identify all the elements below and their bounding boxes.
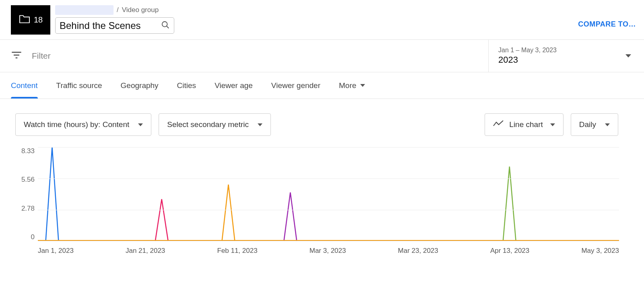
x-tick: Mar 23, 2023 — [398, 247, 438, 255]
x-tick: Jan 21, 2023 — [126, 247, 165, 255]
search-field[interactable]: Behind the Scenes — [55, 17, 174, 34]
chart: 8.335.562.780 Jan 1, 2023Jan 21, 2023Feb… — [0, 136, 644, 255]
chart-type-label: Line chart — [509, 120, 543, 129]
chevron-down-icon — [360, 84, 365, 87]
y-tick: 5.56 — [21, 176, 35, 184]
tab-more[interactable]: More — [339, 73, 365, 98]
tab-viewer-age[interactable]: Viewer age — [215, 73, 253, 98]
breadcrumb: / Video group — [55, 5, 174, 15]
header: 18 / Video group Behind the Scenes COMPA… — [0, 0, 644, 39]
search-value: Behind the Scenes — [60, 20, 161, 31]
filter-placeholder: Filter — [32, 51, 51, 61]
folder-badge[interactable]: 18 — [11, 5, 50, 35]
chevron-down-icon — [625, 54, 631, 57]
filter-left[interactable]: Filter — [0, 40, 488, 72]
breadcrumb-current: Video group — [122, 6, 159, 14]
compare-to-button[interactable]: COMPARE TO… — [578, 20, 636, 29]
tab-geography[interactable]: Geography — [121, 73, 159, 98]
x-tick: May 3, 2023 — [581, 247, 619, 255]
svg-point-0 — [162, 21, 167, 27]
x-tick: Feb 11, 2023 — [217, 247, 257, 255]
x-tick: Apr 13, 2023 — [490, 247, 529, 255]
chart-type-dropdown[interactable]: Line chart — [485, 113, 563, 136]
y-tick: 0 — [31, 233, 35, 241]
series-video-4 — [284, 193, 297, 241]
series-video-2 — [155, 199, 168, 241]
x-tick: Jan 1, 2023 — [38, 247, 74, 255]
line-chart-icon — [493, 120, 504, 130]
chart-x-axis: Jan 1, 2023Jan 21, 2023Feb 11, 2023Mar 3… — [38, 247, 619, 255]
date-range: Jan 1 – May 3, 2023 — [498, 47, 557, 54]
date-preset: 2023 — [498, 55, 557, 65]
chevron-down-icon — [550, 123, 555, 126]
series-video-3 — [222, 185, 235, 241]
series-video-1 — [46, 147, 59, 241]
secondary-metric-label: Select secondary metric — [167, 120, 249, 129]
header-mid: / Video group Behind the Scenes — [55, 5, 174, 34]
tab-cities[interactable]: Cities — [177, 73, 196, 98]
y-tick: 2.78 — [21, 205, 35, 213]
x-tick: Mar 3, 2023 — [310, 247, 346, 255]
chevron-down-icon — [605, 123, 610, 126]
filter-row: Filter Jan 1 – May 3, 2023 2023 — [0, 40, 644, 72]
breadcrumb-sep: / — [117, 6, 119, 14]
date-range-picker[interactable]: Jan 1 – May 3, 2023 2023 — [488, 40, 644, 72]
tab-more-label: More — [339, 81, 356, 90]
search-icon[interactable] — [161, 21, 170, 31]
filter-icon — [11, 51, 22, 61]
folder-count: 18 — [34, 15, 43, 25]
folder-icon — [19, 14, 31, 26]
series-video-5 — [503, 166, 516, 241]
primary-metric-label: Watch time (hours) by: Content — [24, 120, 129, 129]
chart-baseline — [38, 240, 619, 241]
breadcrumb-parent[interactable] — [55, 5, 114, 15]
grid-line — [38, 147, 619, 148]
chevron-down-icon — [138, 123, 143, 126]
tab-content[interactable]: Content — [11, 73, 38, 98]
grid-line — [38, 210, 619, 210]
chart-controls: Watch time (hours) by: Content Select se… — [0, 99, 644, 136]
tab-traffic-source[interactable]: Traffic source — [56, 73, 102, 98]
primary-metric-dropdown[interactable]: Watch time (hours) by: Content — [15, 113, 151, 136]
tab-viewer-gender[interactable]: Viewer gender — [271, 73, 320, 98]
chart-y-axis: 8.335.562.780 — [15, 147, 38, 241]
y-tick: 8.33 — [21, 147, 35, 155]
date-text: Jan 1 – May 3, 2023 2023 — [498, 47, 557, 65]
svg-line-1 — [167, 26, 169, 28]
granularity-dropdown[interactable]: Daily — [571, 113, 618, 136]
tabs: Content Traffic source Geography Cities … — [0, 72, 644, 99]
grid-line — [38, 178, 619, 179]
granularity-label: Daily — [579, 120, 596, 129]
chevron-down-icon — [258, 123, 262, 126]
secondary-metric-dropdown[interactable]: Select secondary metric — [159, 113, 271, 136]
chart-plot-area[interactable] — [38, 147, 619, 241]
